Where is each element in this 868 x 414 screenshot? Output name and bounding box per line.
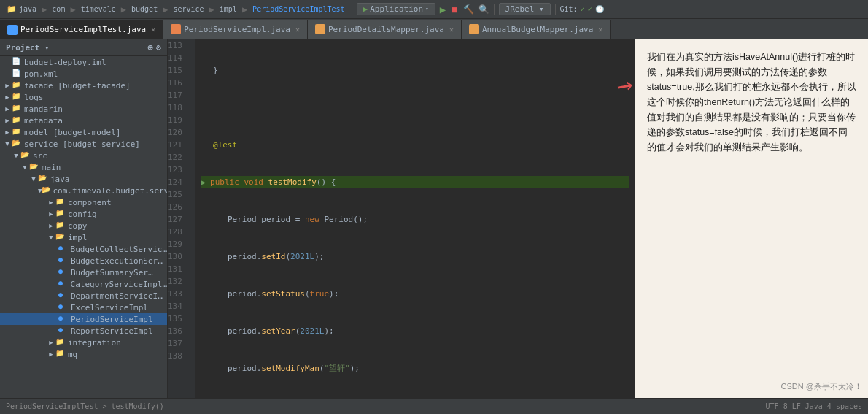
run-arrow-icon: ▶ [201,176,206,188]
dropdown-arrow-icon: ▾ [425,6,429,12]
arrow-service: ▼ [3,140,12,147]
tree-item-logs[interactable]: ▶ 📁 logs [0,91,167,103]
tree-item-mq[interactable]: ▶ 📁 mq [0,348,167,360]
line-num-125: 125 [168,188,191,201]
tree-item-model[interactable]: ▶ 📁 model [budget-model] [0,126,167,138]
sidebar-settings-icon[interactable]: ⚙ [156,42,161,53]
tree-item-excel[interactable]: ● ExcelServiceImpl [0,302,167,313]
arrow-java: ▼ [29,175,38,183]
git-check2-icon: ✓ [588,5,592,13]
tree-item-service[interactable]: ▼ 📂 service [budget-service] [0,138,167,150]
tree-item-budget-summary[interactable]: ● BudgetSummarySer… [0,267,167,278]
tab-close-1[interactable]: ✕ [151,26,155,34]
line-num-138: 138 [168,350,191,362]
folder-java-icon: 📂 [38,174,48,184]
build-icon[interactable]: 🔨 [463,4,474,15]
arrow-integration: ▶ [47,339,55,346]
annotation-panel: ↙ 我们在为真实的方法isHaveAtAnnul()进行打桩的时候，如果我们调用… [635,39,868,398]
tree-item-report[interactable]: ● ReportServiceImpl [0,325,167,337]
tree-item-component[interactable]: ▶ 📁 component [0,196,167,208]
line-num-136: 136 [168,325,191,337]
csdn-watermark: CSDN @杀手不太冷！ [781,380,862,394]
tree-item-period[interactable]: ● PeriodServiceImpl [0,313,167,325]
git-check-icon: ✓ [581,5,585,13]
tree-item-metadata[interactable]: ▶ 📁 metadata [0,115,167,126]
breadcrumb-java[interactable]: 📁 java [4,4,39,14]
arrow-src: ▼ [12,152,20,159]
run-icon[interactable]: ▶ [440,4,446,15]
tree-item-category[interactable]: ● CategoryServiceImpl… [0,278,167,290]
status-right: UTF-8 LF Java 4 spaces [766,402,862,410]
arrow-main: ▼ [20,164,29,171]
tree-item-budget-execution[interactable]: ● BudgetExecutionSer… [0,255,167,267]
breadcrumb-class: PeriodServiceImplTest [250,5,346,13]
arrow-metadata: ▶ [3,117,12,124]
tab-icon-test [7,25,18,35]
line-num-113: 113 [168,39,191,52]
tree-item-java[interactable]: ▼ 📂 java [0,173,167,185]
tree-item-config[interactable]: ▶ 📁 config [0,208,167,220]
tabs-bar: PeriodServiceImplTest.java ✕ PeriodServi… [0,19,868,39]
arrow-component: ▶ [47,199,55,206]
service-report-icon: ● [58,326,69,336]
arrow-mq: ▶ [47,350,55,358]
line-num-118: 118 [168,101,191,114]
xml-icon: 📄 [12,69,22,79]
line-num-121: 121 [168,139,191,151]
code-line-118: period.setId(2021L); [201,250,629,263]
code-line-115: @Test [201,139,629,151]
arrow-facade: ▶ [3,82,12,89]
line-num-120: 120 [168,126,191,139]
tree-item-copy[interactable]: ▶ 📁 copy [0,220,167,231]
folder-logs-icon: 📁 [12,92,22,102]
tab-close-4[interactable]: ✕ [598,26,602,34]
folder-mq-icon: 📁 [55,349,66,359]
folder-impl-icon: 📂 [55,232,66,242]
tree-item-src[interactable]: ▼ 📂 src [0,150,167,161]
tree-item-department[interactable]: ● DepartmentServiceI… [0,290,167,302]
sidebar-header: Project ▾ ⊕ ⚙ [0,39,167,56]
tree-item-impl[interactable]: ▼ 📂 impl [0,231,167,243]
line-num-114: 114 [168,52,191,64]
application-button[interactable]: ▶ Application ▾ [357,3,435,15]
search-icon[interactable]: 🔍 [478,4,489,15]
tab-annual-budget-mapper[interactable]: AnnualBudgetMapper.java ✕ [462,20,611,39]
arrow-mandarin: ▶ [3,105,12,112]
line-num-127: 127 [168,213,191,226]
sidebar: Project ▾ ⊕ ⚙ 📄 budget-deploy.iml 📄 pom.… [0,39,168,398]
tree-item-com-package[interactable]: ▼ 📂 com.timevale.budget.servi… [0,185,167,196]
arrow-impl: ▼ [47,234,55,241]
locate-icon[interactable]: ⊕ [148,42,153,53]
line-num-133: 133 [168,288,191,300]
line-num-122: 122 [168,151,191,164]
tree-item-budget-collect[interactable]: ● BudgetCollectServic… [0,243,167,255]
code-content: 113 114 115 116 117 118 119 120 121 122 … [168,39,635,398]
tab-period-service-impl-test[interactable]: PeriodServiceImplTest.java ✕ [0,20,163,39]
line-num-134: 134 [168,300,191,313]
tree-item-budget-deploy[interactable]: 📄 budget-deploy.iml [0,56,167,68]
code-line-117: Period period = new Period(); [201,213,629,226]
tree-item-mandarin[interactable]: ▶ 📁 mandarin [0,103,167,115]
tree-item-facade[interactable]: ▶ 📁 facade [budget-facade] [0,80,167,91]
breadcrumb-service: service [171,5,206,13]
breadcrumb-impl: impl [217,5,239,13]
jrebel-button[interactable]: JRebel ▾ [499,3,551,15]
line-num-116: 116 [168,77,191,89]
tree-item-pom[interactable]: 📄 pom.xml [0,68,167,80]
folder-service-icon: 📂 [12,139,22,149]
line-num-117: 117 [168,89,191,101]
code-editor[interactable]: 113 114 115 116 117 118 119 120 121 122 … [168,39,635,398]
stop-icon[interactable]: ■ [452,4,457,15]
folder-model-icon: 📁 [12,127,22,137]
service-excel-icon: ● [58,302,69,313]
tab-period-service-impl[interactable]: PeriodServiceImpl.java ✕ [163,20,308,39]
tree-item-integration[interactable]: ▶ 📁 integration [0,337,167,348]
tree-item-main[interactable]: ▼ 📂 main [0,161,167,173]
tab-close-2[interactable]: ✕ [295,26,300,34]
code-lines[interactable]: } @Test ▶ public void testModify() { Per… [195,39,635,398]
tab-close-3[interactable]: ✕ [449,26,454,34]
status-left: PeriodServiceImplTest > testModify() [6,402,164,410]
line-num-129: 129 [168,238,191,250]
tab-period-details-mapper[interactable]: PeriodDetailsMapper.java ✕ [308,20,462,39]
folder-integration-icon: 📁 [55,337,66,348]
